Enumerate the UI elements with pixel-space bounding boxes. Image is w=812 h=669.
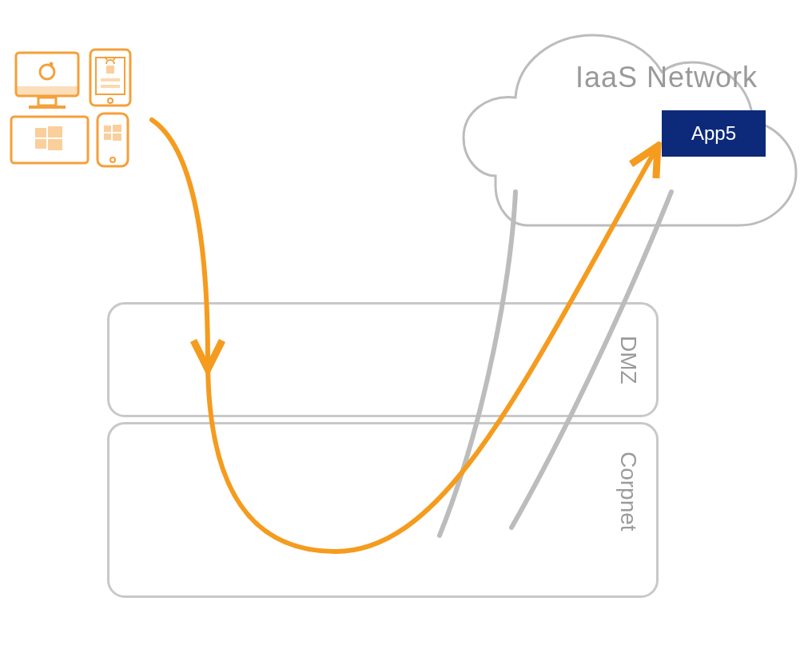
windows-laptop-icon [11, 117, 88, 163]
svg-rect-23 [104, 133, 111, 140]
svg-rect-2 [38, 98, 56, 106]
svg-rect-12 [101, 85, 120, 88]
svg-rect-10 [106, 66, 114, 74]
svg-point-20 [110, 157, 115, 162]
svg-rect-24 [113, 133, 121, 141]
svg-rect-17 [35, 139, 46, 149]
svg-rect-15 [35, 128, 46, 137]
svg-rect-1 [16, 86, 78, 96]
svg-point-13 [108, 98, 113, 103]
svg-rect-22 [113, 125, 121, 132]
svg-rect-11 [101, 78, 120, 82]
diagram-canvas: IaaS Network App5 DMZ Corpnet [0, 0, 812, 669]
svg-point-5 [50, 62, 54, 66]
svg-rect-7 [96, 58, 125, 94]
android-tablet-icon [90, 50, 130, 106]
svg-rect-21 [104, 125, 111, 132]
client-devices [0, 0, 812, 669]
mac-desktop-icon [16, 53, 78, 109]
svg-rect-16 [48, 126, 62, 137]
svg-point-4 [40, 65, 54, 79]
svg-rect-18 [48, 139, 62, 150]
svg-rect-3 [29, 106, 66, 109]
windows-phone-icon [98, 113, 128, 166]
